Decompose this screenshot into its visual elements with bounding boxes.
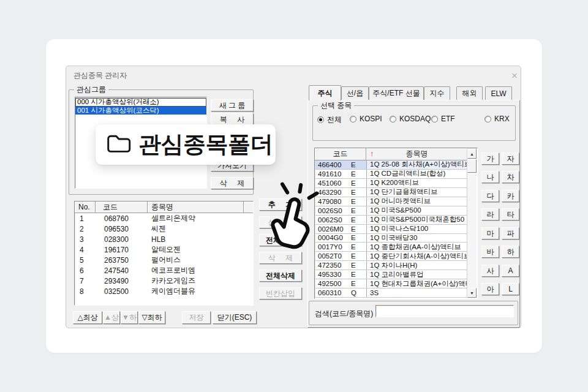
- watchlist-cell: 케이엠더블유: [148, 286, 244, 296]
- stock-row[interactable]: 495330E1Q 코리아밸류업: [315, 270, 467, 279]
- market-flag: E: [351, 179, 356, 187]
- stock-row[interactable]: 0004G0E1Q 미국배당30: [315, 234, 467, 243]
- watchlist-row[interactable]: 7293490카카오게임즈: [75, 276, 253, 286]
- stock-code-cell: 466400E: [315, 160, 367, 169]
- stock-code-cell: 0017Y0E: [315, 243, 367, 251]
- watchlist-header-cell: 종목명: [148, 202, 244, 213]
- close-icon[interactable]: ×: [507, 69, 522, 83]
- stock-row[interactable]: 463290E1Q 단기금융채액티브: [315, 188, 467, 197]
- watchlist-row[interactable]: 1068760셀트리온제약: [75, 213, 253, 224]
- remove-all-button[interactable]: 전체삭제: [259, 270, 302, 282]
- delete-group-button[interactable]: 삭 제: [211, 177, 254, 189]
- stock-table[interactable]: 코드 ↑ 종목명 466400E1Q 25-08 회사채(A+이상)액티브491…: [314, 148, 478, 299]
- stock-row[interactable]: 491610E1Q CD금리액티브(합성): [315, 170, 467, 179]
- radio-option[interactable]: KOSPI: [350, 115, 382, 123]
- market-flag: E: [351, 198, 356, 205]
- market-flag: E: [351, 262, 356, 269]
- stock-row[interactable]: 451060E1Q K200액티브: [315, 179, 467, 188]
- watchlist-row[interactable]: 3028300HLB: [75, 234, 253, 244]
- scrollbar-thumb[interactable]: [467, 159, 477, 173]
- stock-name-cell: 1Q 중단기회사채(A-이상)액티브: [367, 252, 467, 260]
- watchlist-header-cell: 코드: [96, 202, 148, 213]
- stock-name-cell: 1Q K200액티브: [367, 179, 467, 187]
- tab-1[interactable]: 주식: [309, 85, 341, 100]
- copy-button[interactable]: 복 사: [211, 113, 254, 126]
- new-group-button[interactable]: 새 그 룹: [211, 99, 254, 111]
- tab-5[interactable]: 해외: [456, 86, 483, 100]
- watch-group-box-label: 관심그룹: [74, 85, 108, 94]
- move-top-button[interactable]: △최상: [73, 311, 102, 324]
- tab-6[interactable]: ELW: [485, 86, 512, 100]
- radio-dot-icon: [484, 116, 491, 123]
- scroll-down-icon[interactable]: ▼: [467, 288, 477, 298]
- watchlist-row[interactable]: 8032500케이엠더블유: [75, 286, 253, 296]
- watchlist-cell: 028300: [96, 235, 148, 244]
- market-filter-label: 선택 종목: [318, 101, 354, 110]
- stock-table-scrollbar[interactable]: ▲ ▼: [467, 149, 477, 298]
- stock-code: 451060: [315, 179, 351, 187]
- code-column-header[interactable]: 코드: [315, 148, 366, 160]
- stock-row[interactable]: 472350E1Q 차이나H(H): [315, 261, 467, 270]
- watchlist-cell: 5: [75, 256, 96, 265]
- dialog-title[interactable]: 관심종목 관리자: [74, 70, 127, 81]
- market-flag: Q: [351, 289, 356, 296]
- watchlist-cell: 펄어비스: [148, 255, 244, 265]
- stock-code: 060310: [315, 289, 351, 296]
- radio-option[interactable]: 전체: [317, 115, 342, 125]
- watchlist-cell: 293490: [96, 277, 148, 285]
- stock-row[interactable]: 0052T0E1Q 중단기회사채(A-이상)액티브: [315, 252, 467, 261]
- save-button[interactable]: 저장: [182, 311, 211, 324]
- radio-option[interactable]: KRX: [484, 115, 510, 123]
- stock-row[interactable]: 0017Y0E1Q 종합채권(AA-이상)액티브: [315, 243, 467, 252]
- tab-4[interactable]: 지수: [424, 86, 450, 100]
- stock-row[interactable]: 0026M0E1Q 미국나스닥100: [315, 225, 467, 234]
- stock-name-cell: 1Q CD금리액티브(합성): [367, 170, 467, 178]
- market-filter-box: 선택 종목: [312, 105, 516, 141]
- watchlist-cell: 196170: [96, 246, 148, 254]
- stock-code-cell: 060310Q: [315, 288, 367, 297]
- folder-callout-label: 관심종목폴더: [138, 129, 273, 160]
- stock-name-cell: 1Q 미국배당30: [367, 234, 467, 243]
- scroll-up-icon[interactable]: ▲: [467, 149, 477, 159]
- watchlist-folder-callout: 관심종목폴더: [96, 124, 276, 165]
- watchlist-cell: 3: [75, 235, 96, 244]
- name-column-header[interactable]: ↑ 종목명: [366, 148, 467, 160]
- watchlist-table[interactable]: No.코드종목명 1068760셀트리온제약2096530씨젠3028300HL…: [74, 201, 254, 306]
- close-button[interactable]: 닫기(ESC): [213, 311, 257, 324]
- stock-row[interactable]: 492500E1Q 현대차그룹채권(A+이상)액티브: [315, 279, 467, 288]
- watchlist-cell: 247540: [96, 266, 148, 275]
- stock-code: 495330: [315, 271, 351, 278]
- move-up-button[interactable]: ▲상: [103, 311, 120, 324]
- radio-option[interactable]: ETF: [431, 115, 455, 123]
- group-list-item[interactable]: 001 시가총액상위(코스닥): [75, 107, 206, 115]
- stock-code: 0052T0: [315, 252, 351, 260]
- insert-blank-button[interactable]: 빈칸삽입: [259, 287, 302, 300]
- radio-label: KRX: [494, 115, 510, 123]
- move-bottom-button[interactable]: ▽최하: [138, 311, 165, 324]
- watchlist-cell: 032500: [96, 287, 148, 296]
- stock-row[interactable]: 060310Q3S: [315, 288, 467, 298]
- group-list-item[interactable]: 000 시가총액상위(거래소): [75, 98, 206, 107]
- stock-name-cell: 1Q 단기금융채액티브: [367, 188, 467, 197]
- stock-name-cell: 1Q 25-08 회사채(A+이상)액티브: [367, 160, 467, 169]
- radio-option[interactable]: KOSDAQ: [390, 115, 431, 123]
- stock-name-cell: 1Q 종합채권(AA-이상)액티브: [367, 243, 467, 251]
- watchlist-row[interactable]: 2096530씨젠: [75, 224, 253, 234]
- stock-row[interactable]: 479080E1Q 머니마켓액티브: [315, 197, 467, 206]
- stock-row[interactable]: 0062S0E1Q 미국S&P500미국채혼합50: [315, 216, 467, 225]
- stock-name-cell: 1Q 코리아밸류업: [367, 270, 467, 279]
- watchlist-row[interactable]: 5263750펄어비스: [75, 255, 253, 265]
- watchlist-row[interactable]: 4196170알테오젠: [75, 244, 253, 255]
- watchlist-row[interactable]: 6247540에코프로비엠: [75, 265, 253, 276]
- stock-row[interactable]: 466400E1Q 25-08 회사채(A+이상)액티브: [315, 160, 467, 170]
- tab-3[interactable]: 주식/ETF 선물: [369, 86, 424, 100]
- search-input[interactable]: [375, 305, 514, 317]
- market-flag: E: [351, 225, 356, 233]
- stock-name-cell: 1Q 현대차그룹채권(A+이상)액티브: [367, 279, 467, 288]
- watchlist-cell: 6: [75, 266, 96, 275]
- tab-2[interactable]: 선/옵: [341, 86, 369, 100]
- stock-code-cell: 472350E: [315, 261, 367, 270]
- stock-row[interactable]: 0026S0E1Q 미국S&P500: [315, 206, 467, 216]
- stock-name-cell: 1Q 미국S&P500: [367, 206, 467, 215]
- move-down-button[interactable]: ▼하: [121, 311, 138, 324]
